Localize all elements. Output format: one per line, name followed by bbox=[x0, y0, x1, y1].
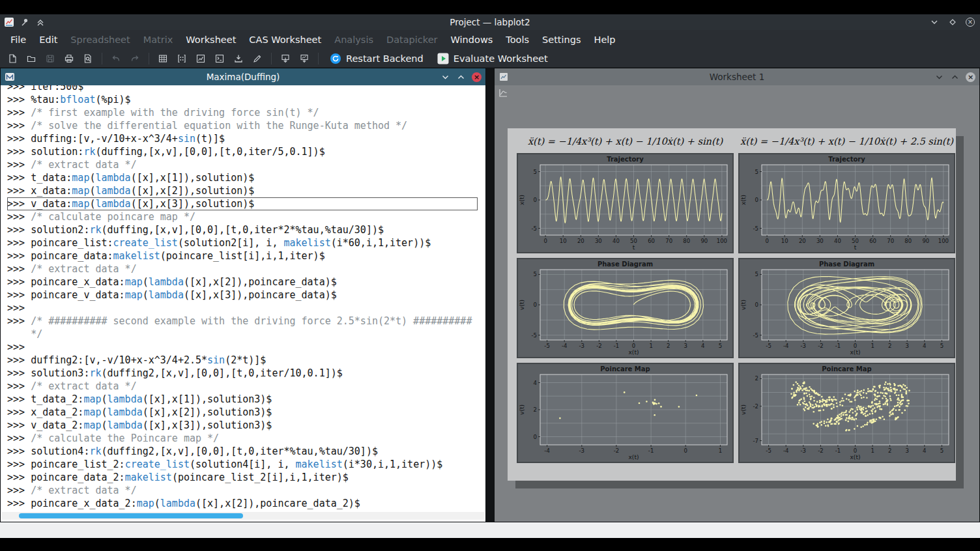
svg-text:-2: -2 bbox=[753, 403, 758, 410]
code-line[interactable]: >>> /* calculate poincare map */ bbox=[7, 210, 478, 223]
code-line[interactable]: >>> duffing:[v,-v/10+x-x^3/4+sin(t)]$ bbox=[7, 132, 478, 145]
maxima-titlebar[interactable]: Maxima(Duffing) × bbox=[1, 68, 485, 85]
svg-text:Poincare Map: Poincare Map bbox=[822, 365, 871, 373]
plot-poincare-left[interactable]: -4-3-2-101420Poincare Mapx(t)v(t) bbox=[517, 363, 734, 463]
undo-icon[interactable] bbox=[108, 51, 124, 66]
minimize-icon[interactable] bbox=[929, 17, 940, 27]
plot-poincare-right[interactable]: -5-4-3-2-10123452-2-7Poincare Mapx(t)v(t… bbox=[738, 363, 955, 463]
code-area[interactable]: >>> iter:500$>>> %tau:bfloat(%pi)$>>> /*… bbox=[1, 85, 478, 510]
code-line[interactable]: >>> */ bbox=[7, 328, 478, 341]
print-preview-icon[interactable] bbox=[79, 51, 96, 66]
equation-label-left[interactable]: ẍ(t) = −1/4x³(t) + x(t) − 1/10ẋ(t) + sin… bbox=[517, 136, 734, 147]
code-line[interactable]: >>> /* extract data */ bbox=[7, 484, 478, 497]
subwindow-minimize-icon[interactable] bbox=[440, 72, 450, 82]
plot-phase-left[interactable]: -5-4-3-2-101234550-5Phase Diagramx(t)v(t… bbox=[517, 258, 734, 358]
datapicker-icon[interactable] bbox=[249, 51, 266, 66]
code-line[interactable]: >>> solution2:rk(duffing,[x,v],[0,0],[t,… bbox=[7, 223, 478, 236]
code-line[interactable]: >>> solution3:rk(duffing2,[x,v],[0,0],[t… bbox=[7, 367, 478, 380]
code-line[interactable]: >>> poincare_v_data:map(lambda([x],x[3])… bbox=[7, 289, 478, 302]
code-line[interactable]: >>> /* extract data */ bbox=[7, 380, 478, 393]
export-spreadsheet-icon[interactable] bbox=[277, 51, 294, 66]
svg-text:2: 2 bbox=[888, 447, 891, 454]
import-data-icon[interactable] bbox=[230, 51, 247, 66]
code-line[interactable]: >>> bbox=[7, 341, 478, 354]
new-matrix-icon[interactable] bbox=[173, 51, 190, 66]
code-line[interactable]: >>> /* extract data */ bbox=[7, 262, 478, 276]
svg-text:2: 2 bbox=[888, 343, 891, 349]
toolbar-separator bbox=[102, 53, 102, 64]
svg-text:80: 80 bbox=[683, 238, 690, 244]
code-line[interactable]: >>> poincare_list_2:create_list(solution… bbox=[7, 458, 478, 471]
menu-help[interactable]: Help bbox=[588, 31, 622, 48]
worksheet-view[interactable]: ẍ(t) = −1/4x³(t) + x(t) − 1/10ẋ(t) + sin… bbox=[495, 85, 979, 522]
menu-edit[interactable]: Edit bbox=[33, 31, 64, 48]
horizontal-scrollbar[interactable] bbox=[2, 512, 484, 520]
menu-datapicker[interactable]: Datapicker bbox=[380, 31, 444, 48]
menu-tools[interactable]: Tools bbox=[499, 31, 536, 48]
open-project-icon[interactable] bbox=[23, 51, 40, 66]
code-line[interactable]: >>> v_data_2:map(lambda([x],x[3]),soluti… bbox=[7, 419, 478, 432]
subwindow-minimize-icon[interactable] bbox=[934, 72, 944, 82]
new-worksheet-icon[interactable] bbox=[192, 51, 209, 66]
code-line[interactable]: >>> duffing2:[v,-v/10+x-x^3/4+2.5*sin(2*… bbox=[7, 354, 478, 367]
plot-trajectory-right[interactable]: 010203040506070809010050-5Trajectorytx(t… bbox=[738, 153, 955, 253]
code-line[interactable]: >>> iter:500$ bbox=[7, 85, 478, 93]
code-line[interactable]: >>> poincare_x_data_2:map(lambda([x],x[2… bbox=[7, 497, 478, 510]
plot-trajectory-left[interactable]: 010203040506070809010050-5Trajectorytx(t… bbox=[517, 153, 734, 253]
code-line[interactable]: >>> bbox=[7, 302, 478, 315]
code-line[interactable]: >>> poincare_data_2:makelist(poincare_li… bbox=[7, 471, 478, 484]
menu-matrix[interactable]: Matrix bbox=[137, 31, 180, 48]
code-line[interactable]: >>> t_data:map(lambda([x],x[1]),solution… bbox=[7, 171, 478, 184]
new-spreadsheet-icon[interactable] bbox=[154, 51, 171, 66]
print-icon[interactable] bbox=[61, 51, 78, 66]
horizontal-scrollbar-thumb[interactable] bbox=[19, 513, 243, 518]
menu-cas-worksheet[interactable]: CAS Worksheet bbox=[242, 31, 328, 48]
code-line[interactable]: >>> solution:rk(duffing,[x,v],[0,0],[t,0… bbox=[7, 145, 478, 158]
svg-text:-4: -4 bbox=[783, 447, 788, 454]
menu-file[interactable]: File bbox=[4, 31, 33, 48]
code-line[interactable]: >>> /* calculate the Poincare map */ bbox=[7, 432, 478, 445]
code-line[interactable]: >>> %tau:bfloat(%pi)$ bbox=[7, 93, 478, 106]
subwindow-restore-icon[interactable] bbox=[950, 72, 960, 82]
maxima-window: Maxima(Duffing) × >>> iter:500$>>> %tau:… bbox=[0, 68, 486, 522]
menu-windows[interactable]: Windows bbox=[444, 31, 500, 48]
subwindow-restore-icon[interactable] bbox=[456, 72, 466, 82]
menu-worksheet[interactable]: Worksheet bbox=[179, 31, 242, 48]
maximize-icon[interactable] bbox=[947, 17, 958, 27]
menu-settings[interactable]: Settings bbox=[536, 31, 587, 48]
code-line[interactable]: >>> /* first example with the driving fo… bbox=[7, 106, 478, 119]
code-line[interactable]: >>> poincare_list:create_list(solution2[… bbox=[7, 236, 478, 249]
subwindow-close-icon[interactable]: × bbox=[472, 72, 482, 82]
menu-spreadsheet[interactable]: Spreadsheet bbox=[64, 31, 136, 48]
code-line[interactable]: >>> /* solve the differential equation w… bbox=[7, 119, 478, 132]
svg-text:-5: -5 bbox=[766, 343, 771, 349]
subwindow-close-icon[interactable]: × bbox=[966, 72, 975, 82]
svg-text:100: 100 bbox=[717, 238, 727, 244]
redo-icon[interactable] bbox=[126, 51, 143, 66]
code-line[interactable]: >>> v_data:map(lambda([x],x[3]),solution… bbox=[7, 197, 478, 210]
new-document-icon[interactable] bbox=[4, 51, 21, 66]
new-cas-worksheet-icon[interactable] bbox=[211, 51, 228, 66]
code-line[interactable]: >>> /* ########## second example with th… bbox=[7, 315, 478, 328]
code-line[interactable]: >>> x_data:map(lambda([x],x[2]),solution… bbox=[7, 184, 478, 197]
worksheet-page[interactable]: ẍ(t) = −1/4x³(t) + x(t) − 1/10ẋ(t) + sin… bbox=[508, 128, 956, 481]
svg-text:-4: -4 bbox=[783, 343, 788, 349]
code-line[interactable]: >>> solution4:rk(duffing2,[x,v],[0,0],[t… bbox=[7, 445, 478, 458]
worksheet-titlebar[interactable]: Worksheet 1 × bbox=[495, 68, 979, 85]
code-line[interactable]: >>> poincare_data:makelist(poincare_list… bbox=[7, 249, 478, 262]
main-titlebar[interactable]: Project — labplot2 × bbox=[0, 14, 980, 30]
code-line[interactable]: >>> t_data_2:map(lambda([x],x[1]),soluti… bbox=[7, 393, 478, 406]
code-line[interactable]: >>> /* extract data */ bbox=[7, 158, 478, 171]
mdi-area: Maxima(Duffing) × >>> iter:500$>>> %tau:… bbox=[0, 68, 980, 522]
equation-label-right[interactable]: ẍ(t) = −1/4x³(t) + x(t) − 1/10ẋ(t) + 2.5… bbox=[738, 136, 955, 147]
menu-analysis[interactable]: Analysis bbox=[328, 31, 380, 48]
close-icon[interactable]: × bbox=[966, 18, 975, 27]
code-line[interactable]: >>> poincare_x_data:map(lambda([x],x[2])… bbox=[7, 276, 478, 289]
export-worksheet-icon[interactable] bbox=[296, 51, 313, 66]
evaluate-worksheet-button[interactable]: Evaluate Worksheet bbox=[431, 51, 554, 66]
save-project-icon[interactable] bbox=[42, 51, 59, 66]
code-line[interactable]: >>> x_data_2:map(lambda([x],x[2]),soluti… bbox=[7, 406, 478, 419]
restart-backend-button[interactable]: Restart Backend bbox=[324, 51, 429, 66]
svg-text:-5: -5 bbox=[544, 343, 549, 349]
plot-phase-right[interactable]: -5-4-3-2-101234550-5Phase Diagramx(t)v(t… bbox=[738, 258, 955, 358]
